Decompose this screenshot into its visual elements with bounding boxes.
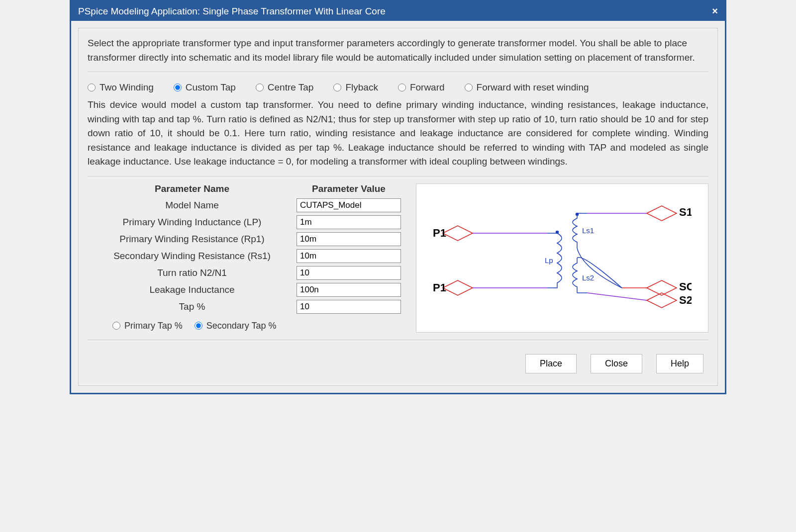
pin-sc: SC [679,280,692,293]
radio-label: Flyback [345,82,378,93]
radio-label: Primary Tap % [124,321,183,331]
parameter-table: Parameter Name Parameter Value Model Nam… [88,183,401,333]
row-rp1: Primary Winding Resistance (Rp1) [88,232,401,246]
tap-pct-input[interactable] [297,300,401,314]
parameter-section: Parameter Name Parameter Value Model Nam… [88,183,708,333]
device-description: This device would model a custom tap tra… [88,98,708,169]
main-panel: Select the appropriate transformer type … [78,28,718,386]
radio-forward-reset[interactable]: Forward with reset winding [465,82,589,93]
radio-label: Custom Tap [186,82,236,93]
place-button[interactable]: Place [525,354,577,373]
row-rs1: Secondary Winding Resistance (Rs1) [88,249,401,263]
label-ls2: Ls2 [582,273,594,282]
param-label: Model Name [88,200,297,211]
pin-s2: S2 [679,294,692,306]
radio-label: Secondary Tap % [206,321,277,331]
radio-forward[interactable]: Forward [398,82,445,93]
radio-label: Forward with reset winding [477,82,589,93]
row-tap-pct: Tap % [88,300,401,314]
table-header: Parameter Name Parameter Value [88,183,401,194]
pin-p1-bottom: P1 [433,281,446,294]
close-button[interactable]: Close [591,354,642,373]
rp1-input[interactable] [297,232,401,246]
radio-custom-tap[interactable]: Custom Tap [174,82,236,93]
row-lp: Primary Winding Inductance (LP) [88,215,401,229]
radio-label: Two Winding [100,82,154,93]
close-icon[interactable]: × [712,5,718,17]
header-param-name: Parameter Name [88,183,297,194]
lp-input[interactable] [297,215,401,229]
param-label: Turn ratio N2/N1 [88,267,297,278]
label-ls1: Ls1 [582,226,594,235]
button-bar: Place Close Help [88,347,708,377]
svg-line-6 [587,293,647,300]
dialog-title: PSpice Modeling Application: Single Phas… [78,6,386,17]
help-button[interactable]: Help [656,354,703,373]
transformer-type-group: Two Winding Custom Tap Centre Tap Flybac… [88,79,708,98]
radio-two-winding[interactable]: Two Winding [88,82,154,93]
pin-s1: S1 [679,206,692,218]
turn-ratio-input[interactable] [297,266,401,280]
divider [88,340,708,340]
rs1-input[interactable] [297,249,401,263]
header-param-value: Parameter Value [297,183,401,194]
param-label: Tap % [88,301,297,312]
svg-point-2 [556,231,559,233]
radio-centre-tap[interactable]: Centre Tap [256,82,314,93]
pin-p1-top: P1 [433,227,446,239]
titlebar: PSpice Modeling Application: Single Phas… [71,1,725,21]
radio-secondary-tap[interactable]: Secondary Tap % [195,321,277,331]
radio-label: Forward [410,82,445,93]
schematic-preview: P1 P1 S1 SC S2 Lp Ls1 Ls2 [416,183,708,333]
row-leakage: Leakage Inductance [88,283,401,297]
leakage-input[interactable] [297,283,401,297]
divider [88,176,708,177]
radio-primary-tap[interactable]: Primary Tap % [112,321,183,331]
row-turn-ratio: Turn ratio N2/N1 [88,266,401,280]
tap-side-group: Primary Tap % Secondary Tap % [88,317,401,331]
transformer-schematic-icon: P1 P1 S1 SC S2 Lp Ls1 Ls2 [433,193,692,323]
param-label: Secondary Winding Resistance (Rs1) [88,251,297,262]
intro-text: Select the appropriate transformer type … [88,36,708,65]
row-model-name: Model Name [88,198,401,212]
radio-label: Centre Tap [268,82,314,93]
radio-flyback[interactable]: Flyback [333,82,378,93]
model-name-input[interactable] [297,198,401,212]
content-area: Select the appropriate transformer type … [71,21,725,393]
dialog-window: PSpice Modeling Application: Single Phas… [70,0,726,394]
divider [88,72,708,72]
param-label: Primary Winding Resistance (Rp1) [88,234,297,245]
label-lp: Lp [545,256,553,265]
param-label: Leakage Inductance [88,284,297,295]
param-label: Primary Winding Inductance (LP) [88,217,297,228]
